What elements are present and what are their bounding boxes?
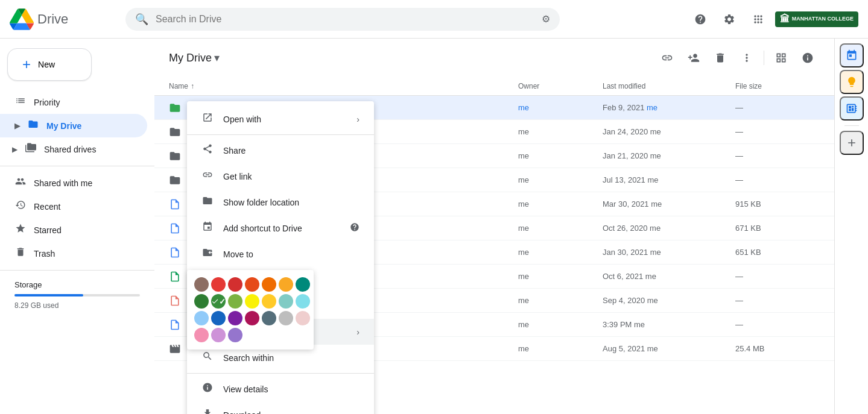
topbar-right: 🏛 MANHATTAN COLLEGE (688, 7, 858, 31)
move-to-icon (201, 247, 214, 261)
sidebar-item-starred-label: Starred (34, 225, 62, 235)
notes-button[interactable] (840, 70, 864, 94)
modified-cell: Feb 9, 2021 me (603, 103, 735, 112)
color-swatch[interactable] (194, 328, 209, 342)
owner-cell: me (518, 199, 603, 209)
size-cell: 25.4 MB (735, 344, 820, 353)
owner-cell: me (518, 344, 603, 353)
sidebar-item-my-drive[interactable]: ▶ My Drive (0, 114, 147, 137)
form-icon (169, 295, 181, 307)
org-badge[interactable]: 🏛 MANHATTAN COLLEGE (775, 11, 858, 27)
col-modified-header: Last modified (603, 82, 735, 90)
download-icon (201, 408, 214, 414)
calendar-button[interactable] (840, 43, 864, 67)
menu-item-download[interactable]: Download (187, 402, 374, 414)
color-swatch-selected[interactable] (211, 294, 226, 309)
sidebar-item-shared-drives[interactable]: ▶ Shared drives (0, 137, 147, 161)
color-swatch[interactable] (228, 328, 242, 342)
search-input[interactable] (156, 14, 534, 25)
color-swatch[interactable] (194, 294, 209, 309)
color-swatch[interactable] (211, 311, 226, 325)
color-swatch[interactable] (228, 294, 242, 309)
color-swatch[interactable] (228, 311, 242, 325)
menu-item-add-shortcut[interactable]: Add shortcut to Drive (187, 215, 374, 241)
color-swatch[interactable] (245, 294, 259, 309)
add-shortcut-icon (201, 221, 214, 235)
color-swatch[interactable] (194, 311, 209, 325)
header-divider (764, 51, 764, 65)
size-cell: — (735, 127, 820, 136)
drive-title-dropdown[interactable]: ▾ (214, 51, 220, 64)
get-link-header-button[interactable] (655, 46, 679, 70)
grid-view-button[interactable] (769, 46, 793, 70)
modified-cell: Aug 5, 2021 me (603, 344, 735, 353)
color-swatch[interactable] (262, 277, 276, 292)
modified-cell: Mar 30, 2021 me (603, 199, 735, 209)
owner-cell: me (518, 151, 603, 160)
color-swatch[interactable] (279, 294, 293, 309)
menu-item-add-shortcut-label: Add shortcut to Drive (223, 224, 302, 233)
sidebar-item-trash[interactable]: Trash (0, 242, 147, 265)
color-swatch[interactable] (228, 277, 242, 292)
settings-button[interactable] (717, 7, 741, 31)
color-swatch[interactable] (211, 277, 226, 292)
color-swatch[interactable] (296, 277, 310, 292)
info-button[interactable] (796, 46, 820, 70)
menu-item-open-with[interactable]: Open with › (187, 106, 374, 132)
sidebar-item-shared-drives-label: Shared drives (44, 145, 96, 154)
menu-item-get-link[interactable]: Get link (187, 163, 374, 189)
color-swatch[interactable] (262, 311, 276, 325)
sort-icon: ↑ (191, 82, 194, 90)
color-swatch[interactable] (296, 294, 310, 309)
size-cell: — (735, 151, 820, 160)
size-cell: — (735, 103, 820, 112)
help-button[interactable] (688, 7, 712, 31)
color-swatch[interactable] (245, 311, 259, 325)
shortcut-help-icon[interactable] (350, 222, 360, 234)
search-filter-icon[interactable]: ⚙ (542, 13, 550, 25)
more-header-button[interactable] (735, 46, 759, 70)
modified-cell: Oct 26, 2020 me (603, 224, 735, 233)
new-plus-icon: + (22, 56, 31, 73)
col-name-header[interactable]: Name ↑ (169, 82, 518, 90)
owner-cell[interactable]: me (518, 103, 603, 112)
sidebar-item-starred[interactable]: Starred (0, 218, 147, 242)
apps-button[interactable] (746, 7, 770, 31)
storage-bar-background (14, 294, 140, 296)
color-swatch[interactable] (194, 277, 209, 292)
tasks-button[interactable] (840, 96, 864, 121)
new-button[interactable]: + New (7, 48, 92, 81)
priority-icon (14, 95, 27, 109)
video-icon (169, 343, 181, 355)
size-cell: — (735, 296, 820, 305)
right-panel (834, 39, 868, 414)
add-app-button[interactable] (840, 131, 864, 155)
sidebar-item-recent[interactable]: Recent (0, 195, 147, 218)
menu-item-search-within-label: Search within (223, 353, 274, 363)
color-swatch[interactable] (211, 328, 226, 342)
menu-item-show-location-label: Show folder location (223, 198, 299, 207)
size-cell: — (735, 320, 820, 329)
menu-item-show-location[interactable]: Show folder location (187, 189, 374, 215)
get-link-icon (201, 169, 214, 183)
color-swatch[interactable] (279, 311, 293, 325)
menu-item-view-details[interactable]: View details (187, 376, 374, 402)
color-swatch[interactable] (262, 294, 276, 309)
sidebar-item-priority-label: Priority (34, 98, 60, 107)
color-swatch[interactable] (245, 277, 259, 292)
color-swatch[interactable] (279, 277, 293, 292)
search-bar[interactable]: 🔍 ⚙ (125, 8, 560, 31)
sidebar-item-shared-with-me[interactable]: Shared with me (0, 171, 147, 195)
size-cell: — (735, 175, 820, 184)
context-menu: Open with › Share Get link Show folder l… (187, 101, 374, 414)
delete-header-button[interactable] (708, 46, 732, 70)
sidebar-item-priority[interactable]: Priority (0, 90, 147, 114)
folder-icon (169, 150, 181, 162)
color-swatch[interactable] (296, 311, 310, 325)
menu-divider (187, 134, 374, 135)
share-header-button[interactable] (682, 46, 706, 70)
menu-item-share[interactable]: Share (187, 137, 374, 163)
show-location-icon (201, 195, 214, 209)
menu-item-move-to[interactable]: Move to (187, 241, 374, 267)
app-title: Drive (37, 11, 68, 27)
